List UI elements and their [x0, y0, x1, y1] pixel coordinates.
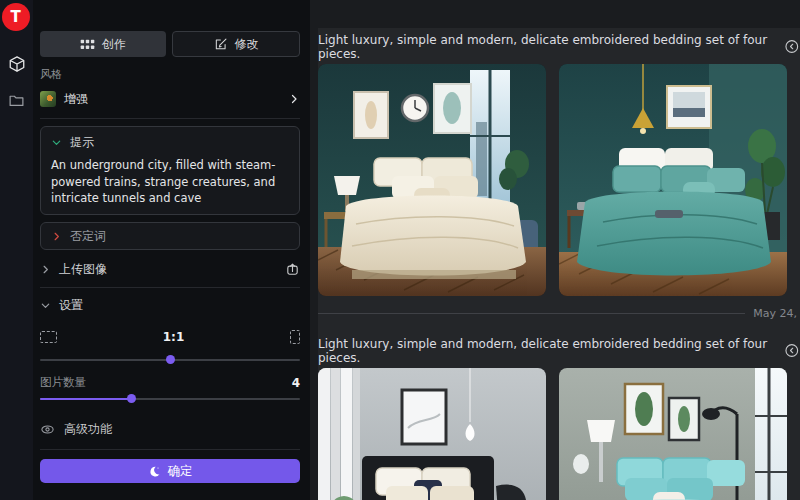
settings-label: 设置 — [59, 297, 83, 314]
generation-feed: Light luxury, simple and modern, delicat… — [318, 28, 800, 500]
portrait-icon[interactable] — [290, 330, 300, 344]
image-count-slider[interactable] — [40, 394, 300, 404]
generated-image[interactable] — [559, 368, 787, 500]
caption-row: Light luxury, simple and modern, delicat… — [318, 342, 800, 359]
left-rail: T — [0, 0, 33, 500]
reuse-prompt-icon[interactable] — [784, 38, 800, 55]
image-count-row: 图片数量 4 — [40, 375, 300, 390]
settings-header[interactable]: 设置 — [40, 294, 300, 316]
folder-icon[interactable] — [8, 91, 26, 109]
tab-create[interactable]: 创作 — [40, 31, 166, 57]
negative-box[interactable]: 否定词 — [40, 222, 300, 250]
landscape-icon[interactable] — [40, 331, 57, 343]
date-label: May 24, — [745, 307, 800, 320]
generation-caption: Light luxury, simple and modern, delicat… — [318, 337, 772, 365]
mode-tabs: 创作 修改 — [40, 31, 300, 57]
upload-label: 上传图像 — [59, 261, 107, 278]
chevron-right-icon — [288, 93, 300, 105]
image-grid — [318, 368, 800, 500]
generated-image[interactable] — [318, 64, 546, 296]
brand-logo[interactable]: T — [2, 3, 30, 31]
grid-icon — [80, 38, 95, 51]
image-count-label: 图片数量 — [40, 375, 292, 390]
style-selector[interactable]: 增强 — [40, 87, 300, 111]
prompt-label: 提示 — [70, 134, 94, 151]
image-grid — [318, 64, 800, 296]
generation-panel: 创作 修改 风格 增强 提示 — [33, 0, 310, 500]
chevron-down-icon — [51, 137, 62, 148]
cube-icon[interactable] — [8, 55, 26, 73]
image-count-value: 4 — [292, 376, 300, 390]
moon-icon — [148, 465, 161, 478]
divider — [40, 449, 300, 450]
upload-image-row[interactable]: 上传图像 — [40, 258, 300, 280]
date-divider: May 24, — [318, 306, 800, 320]
advanced-features-row[interactable]: 高级功能 — [40, 420, 300, 438]
chevron-down-icon — [40, 300, 51, 311]
style-value: 增强 — [64, 91, 280, 108]
confirm-label: 确定 — [168, 463, 193, 480]
prompt-box[interactable]: 提示 An underground city, filled with stea… — [40, 126, 300, 215]
prompt-header[interactable]: 提示 — [51, 134, 289, 151]
chevron-right-icon — [40, 264, 51, 275]
tab-modify[interactable]: 修改 — [172, 31, 300, 57]
tab-modify-label: 修改 — [235, 36, 259, 53]
caption-row: Light luxury, simple and modern, delicat… — [318, 38, 800, 55]
chevron-right-icon — [51, 231, 62, 242]
aspect-ratio-row: 1:1 — [40, 326, 300, 348]
advanced-features-label: 高级功能 — [64, 421, 112, 438]
eye-icon — [40, 422, 55, 437]
negative-header[interactable]: 否定词 — [51, 228, 106, 245]
edit-icon — [214, 37, 228, 51]
prompt-text[interactable]: An underground city, filled with steam-p… — [51, 157, 289, 207]
divider — [40, 118, 300, 119]
divider-line — [318, 313, 745, 314]
tab-create-label: 创作 — [102, 36, 126, 53]
confirm-button[interactable]: 确定 — [40, 459, 300, 483]
slider-handle[interactable] — [166, 355, 175, 364]
generated-image[interactable] — [559, 64, 787, 296]
slider-handle[interactable] — [127, 394, 136, 403]
reuse-prompt-icon[interactable] — [784, 342, 800, 359]
generation-caption: Light luxury, simple and modern, delicat… — [318, 33, 772, 61]
upload-icon[interactable] — [285, 262, 300, 277]
generated-image[interactable] — [318, 368, 546, 500]
main-content: Light luxury, simple and modern, delicat… — [310, 0, 800, 500]
app-window: T 创作 — [0, 0, 800, 500]
aspect-ratio-value: 1:1 — [57, 330, 290, 344]
style-label: 风格 — [40, 67, 300, 82]
negative-label: 否定词 — [70, 228, 106, 245]
style-thumbnail — [40, 91, 56, 107]
divider — [40, 287, 300, 288]
aspect-ratio-slider[interactable] — [40, 355, 300, 365]
